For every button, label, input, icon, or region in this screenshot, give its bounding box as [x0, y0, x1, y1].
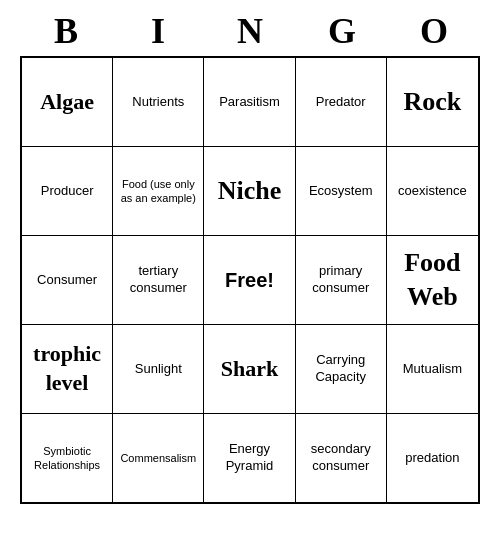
bingo-cell-0-4: Rock: [387, 58, 478, 146]
header-letter-i: I: [114, 10, 202, 52]
bingo-cell-2-2: Free!: [204, 236, 295, 324]
bingo-cell-3-1: Sunlight: [113, 325, 204, 413]
header-letter-g: G: [298, 10, 386, 52]
bingo-cell-4-0: Symbiotic Relationships: [22, 414, 113, 502]
bingo-cell-0-0: Algae: [22, 58, 113, 146]
bingo-header: BINGO: [20, 10, 480, 52]
bingo-cell-4-3: secondary consumer: [296, 414, 387, 502]
bingo-cell-1-3: Ecosystem: [296, 147, 387, 235]
bingo-cell-3-3: Carrying Capacity: [296, 325, 387, 413]
bingo-row-1: ProducerFood (use only as an example)Nic…: [22, 147, 478, 236]
header-letter-o: O: [390, 10, 478, 52]
bingo-cell-2-1: tertiary consumer: [113, 236, 204, 324]
bingo-cell-0-1: Nutrients: [113, 58, 204, 146]
bingo-grid: AlgaeNutrientsParasitismPredatorRockProd…: [20, 56, 480, 504]
bingo-cell-3-2: Shark: [204, 325, 295, 413]
bingo-cell-2-0: Consumer: [22, 236, 113, 324]
bingo-cell-0-2: Parasitism: [204, 58, 295, 146]
bingo-cell-1-0: Producer: [22, 147, 113, 235]
bingo-row-3: trophic levelSunlightSharkCarrying Capac…: [22, 325, 478, 414]
bingo-cell-1-4: coexistence: [387, 147, 478, 235]
bingo-cell-0-3: Predator: [296, 58, 387, 146]
bingo-cell-4-2: Energy Pyramid: [204, 414, 295, 502]
bingo-cell-3-0: trophic level: [22, 325, 113, 413]
bingo-cell-1-1: Food (use only as an example): [113, 147, 204, 235]
bingo-row-0: AlgaeNutrientsParasitismPredatorRock: [22, 58, 478, 147]
bingo-cell-3-4: Mutualism: [387, 325, 478, 413]
bingo-cell-2-4: Food Web: [387, 236, 478, 324]
header-letter-b: B: [22, 10, 110, 52]
bingo-cell-1-2: Niche: [204, 147, 295, 235]
bingo-cell-4-4: predation: [387, 414, 478, 502]
header-letter-n: N: [206, 10, 294, 52]
bingo-cell-2-3: primary consumer: [296, 236, 387, 324]
bingo-row-2: Consumertertiary consumerFree!primary co…: [22, 236, 478, 325]
bingo-row-4: Symbiotic RelationshipsCommensalismEnerg…: [22, 414, 478, 502]
bingo-cell-4-1: Commensalism: [113, 414, 204, 502]
